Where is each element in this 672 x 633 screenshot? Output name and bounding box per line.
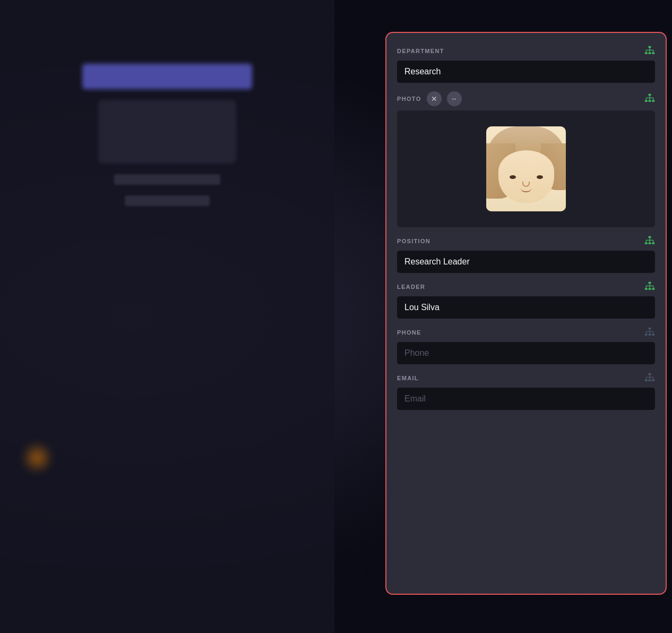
svg-rect-37 [645,334,648,336]
svg-rect-48 [652,380,654,381]
position-section: POSITION Research Leader [397,236,655,273]
svg-rect-18 [649,236,651,238]
svg-rect-3 [652,53,654,54]
photo-section: PHOTO ✕ ↔ [397,91,655,227]
svg-rect-12 [652,100,654,102]
svg-rect-20 [649,243,651,244]
photo-container[interactable] [397,110,655,227]
right-eye [537,175,543,179]
svg-rect-47 [649,380,651,381]
svg-rect-10 [645,100,648,102]
email-header: EMAIL [397,373,655,383]
blurred-text-2 [125,195,210,206]
leader-org-icon[interactable] [644,281,655,292]
svg-rect-21 [652,243,654,244]
photo-flip-button[interactable]: ↔ [447,91,462,106]
svg-rect-30 [652,288,654,290]
leader-input[interactable]: Lou Silva [397,296,655,319]
svg-rect-28 [645,288,648,290]
position-label: POSITION [397,238,430,244]
close-icon: ✕ [431,95,437,103]
svg-rect-11 [649,100,651,102]
leader-section: LEADER Lou Silva [397,281,655,319]
svg-rect-2 [649,53,651,54]
leader-header: LEADER [397,281,655,292]
photo-org-icon[interactable] [644,93,655,104]
face-base [498,150,554,203]
svg-rect-9 [649,94,651,96]
svg-rect-29 [649,288,651,290]
eyes [510,175,543,179]
svg-rect-0 [649,46,651,48]
department-input[interactable]: Research [397,61,655,83]
department-org-icon[interactable] [644,46,655,56]
ambient-glow [21,442,53,474]
position-org-icon[interactable] [644,236,655,246]
svg-rect-39 [652,334,654,336]
svg-rect-46 [645,380,648,381]
left-panel [0,0,334,633]
svg-rect-19 [645,243,648,244]
phone-input[interactable] [397,342,655,364]
mouth [521,188,531,192]
right-panel: DEPARTMENT Research PHOTO [385,32,667,595]
email-section: EMAIL [397,373,655,410]
phone-org-icon[interactable] [644,327,655,338]
blurred-bar [82,64,252,89]
department-header: DEPARTMENT [397,46,655,56]
photo-label: PHOTO [397,96,421,102]
svg-rect-36 [649,328,651,329]
email-org-icon[interactable] [644,373,655,383]
blurred-text-1 [114,174,220,185]
position-header: POSITION [397,236,655,246]
svg-rect-38 [649,334,651,336]
leader-label: LEADER [397,284,425,290]
svg-rect-27 [649,282,651,284]
svg-rect-45 [649,373,651,375]
department-label: DEPARTMENT [397,48,444,54]
phone-label: PHONE [397,329,421,336]
position-input[interactable]: Research Leader [397,251,655,273]
email-input[interactable] [397,388,655,410]
left-eye [510,175,516,179]
photo-clear-button[interactable]: ✕ [427,91,442,106]
nose [522,182,530,187]
department-section: DEPARTMENT Research [397,46,655,83]
svg-rect-1 [645,53,648,54]
blurred-card [98,100,236,164]
flip-icon: ↔ [451,95,458,102]
phone-header: PHONE [397,327,655,338]
email-label: EMAIL [397,375,419,381]
photo-header-left: PHOTO ✕ ↔ [397,91,462,106]
person-photo [486,126,566,211]
phone-section: PHONE [397,327,655,364]
photo-header: PHOTO ✕ ↔ [397,91,655,106]
